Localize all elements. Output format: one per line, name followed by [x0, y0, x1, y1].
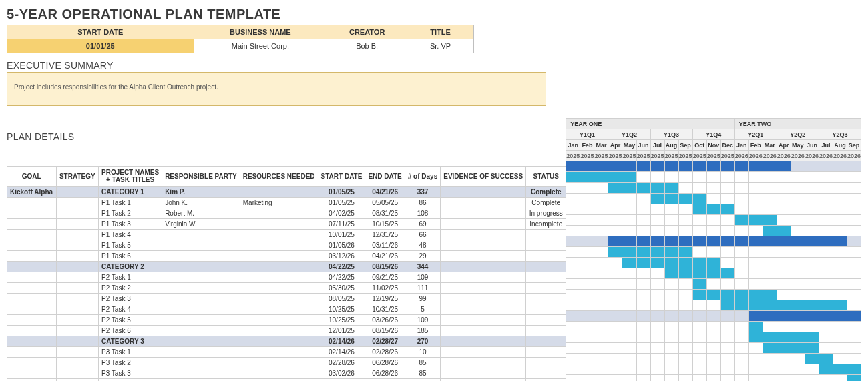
- plan-cell[interactable]: [441, 325, 526, 336]
- plan-cell[interactable]: [162, 282, 240, 293]
- plan-cell[interactable]: 12/31/25: [365, 229, 405, 240]
- plan-cell[interactable]: 109: [405, 272, 440, 282]
- plan-cell[interactable]: Kim P.: [162, 186, 240, 197]
- plan-cell[interactable]: [526, 336, 566, 346]
- plan-cell[interactable]: 03/12/26: [318, 250, 365, 261]
- plan-cell[interactable]: [526, 314, 566, 325]
- plan-cell[interactable]: [7, 336, 57, 346]
- plan-cell[interactable]: [240, 346, 318, 357]
- plan-cell[interactable]: 01/05/25: [318, 186, 365, 197]
- plan-cell[interactable]: [7, 208, 57, 218]
- plan-cell[interactable]: [240, 261, 318, 272]
- plan-cell[interactable]: CATEGORY 1: [99, 186, 162, 197]
- plan-cell[interactable]: 01/05/26: [318, 240, 365, 250]
- plan-cell[interactable]: [240, 282, 318, 293]
- plan-cell[interactable]: [56, 229, 98, 240]
- plan-cell[interactable]: 04/22/25: [318, 272, 365, 282]
- plan-cell[interactable]: 12/19/25: [365, 293, 405, 304]
- plan-cell[interactable]: P1 Task 3: [99, 218, 162, 229]
- plan-cell[interactable]: 99: [405, 293, 440, 304]
- plan-cell[interactable]: [7, 261, 57, 272]
- plan-cell[interactable]: [56, 197, 98, 208]
- plan-cell[interactable]: [56, 314, 98, 325]
- plan-cell[interactable]: 185: [405, 325, 440, 336]
- plan-cell[interactable]: [56, 261, 98, 272]
- plan-cell[interactable]: 02/14/26: [318, 346, 365, 357]
- plan-cell[interactable]: 06/28/26: [318, 378, 365, 381]
- plan-cell[interactable]: [240, 357, 318, 368]
- plan-cell[interactable]: [56, 250, 98, 261]
- plan-cell[interactable]: Kickoff Alpha: [7, 186, 57, 197]
- plan-cell[interactable]: [162, 336, 240, 346]
- plan-cell[interactable]: P2 Task 5: [99, 314, 162, 325]
- plan-cell[interactable]: P1 Task 4: [99, 229, 162, 240]
- plan-cell[interactable]: 10/31/25: [365, 304, 405, 314]
- plan-cell[interactable]: [7, 218, 57, 229]
- plan-cell[interactable]: [7, 357, 57, 368]
- plan-cell[interactable]: Marketing: [240, 197, 318, 208]
- plan-cell[interactable]: P2 Task 2: [99, 282, 162, 293]
- plan-cell[interactable]: [526, 378, 566, 381]
- plan-cell[interactable]: 05/30/25: [318, 282, 365, 293]
- plan-cell[interactable]: 02/28/26: [365, 346, 405, 357]
- plan-cell[interactable]: 5: [405, 304, 440, 314]
- plan-cell[interactable]: 12/01/25: [318, 325, 365, 336]
- plan-cell[interactable]: 06/28/26: [365, 368, 405, 378]
- plan-cell[interactable]: CATEGORY 2: [99, 261, 162, 272]
- plan-cell[interactable]: 04/21/26: [365, 250, 405, 261]
- plan-cell[interactable]: [56, 218, 98, 229]
- plan-cell[interactable]: CATEGORY 3: [99, 336, 162, 346]
- plan-cell[interactable]: Complete: [526, 186, 566, 197]
- plan-cell[interactable]: [441, 346, 526, 357]
- plan-cell[interactable]: [56, 186, 98, 197]
- plan-cell[interactable]: Incomplete: [526, 218, 566, 229]
- plan-cell[interactable]: 08/05/25: [318, 293, 365, 304]
- exec-summary-box[interactable]: Project includes responsibilities for th…: [7, 72, 546, 106]
- plan-cell[interactable]: 08/31/25: [365, 208, 405, 218]
- plan-cell[interactable]: [7, 368, 57, 378]
- plan-cell[interactable]: [7, 250, 57, 261]
- plan-cell[interactable]: [162, 272, 240, 282]
- plan-cell[interactable]: [441, 250, 526, 261]
- plan-cell[interactable]: [7, 314, 57, 325]
- plan-cell[interactable]: [162, 304, 240, 314]
- plan-cell[interactable]: 10/01/25: [318, 229, 365, 240]
- plan-cell[interactable]: 06/28/26: [365, 357, 405, 368]
- plan-cell[interactable]: [441, 357, 526, 368]
- plan-cell[interactable]: Complete: [526, 197, 566, 208]
- plan-cell[interactable]: Robert M.: [162, 208, 240, 218]
- plan-cell[interactable]: [526, 357, 566, 368]
- plan-cell[interactable]: [56, 208, 98, 218]
- plan-cell[interactable]: P2 Task 4: [99, 304, 162, 314]
- plan-cell[interactable]: [240, 208, 318, 218]
- plan-cell[interactable]: 03/26/26: [365, 314, 405, 325]
- plan-cell[interactable]: 85: [405, 357, 440, 368]
- plan-cell[interactable]: [162, 368, 240, 378]
- plan-cell[interactable]: [441, 336, 526, 346]
- plan-cell[interactable]: 10: [405, 346, 440, 357]
- plan-cell[interactable]: [526, 304, 566, 314]
- plan-cell[interactable]: [441, 218, 526, 229]
- plan-cell[interactable]: [162, 240, 240, 250]
- plan-cell[interactable]: [7, 293, 57, 304]
- plan-cell[interactable]: [526, 272, 566, 282]
- plan-cell[interactable]: [526, 240, 566, 250]
- meta-business-name[interactable]: Main Street Corp.: [194, 39, 327, 53]
- plan-cell[interactable]: P2 Task 3: [99, 293, 162, 304]
- plan-cell[interactable]: 85: [405, 368, 440, 378]
- plan-cell[interactable]: 03/11/26: [365, 240, 405, 250]
- plan-cell[interactable]: P2 Task 1: [99, 272, 162, 282]
- plan-cell[interactable]: [240, 218, 318, 229]
- plan-cell[interactable]: [7, 282, 57, 293]
- plan-cell[interactable]: 01/05/25: [318, 197, 365, 208]
- plan-cell[interactable]: [7, 229, 57, 240]
- plan-cell[interactable]: [7, 378, 57, 381]
- plan-cell[interactable]: [441, 304, 526, 314]
- plan-cell[interactable]: 04/02/25: [318, 208, 365, 218]
- plan-cell[interactable]: 108: [405, 208, 440, 218]
- plan-cell[interactable]: [56, 293, 98, 304]
- plan-cell[interactable]: [441, 293, 526, 304]
- plan-cell[interactable]: [56, 346, 98, 357]
- plan-cell[interactable]: [7, 197, 57, 208]
- plan-cell[interactable]: 04/22/25: [318, 261, 365, 272]
